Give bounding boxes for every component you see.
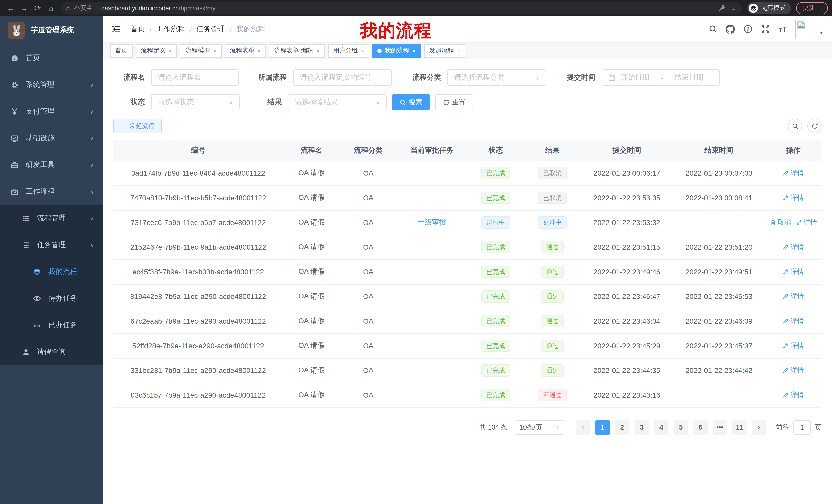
toolbox-icon bbox=[10, 161, 19, 169]
sidebar-item-3[interactable]: 基础设施∨ bbox=[0, 125, 103, 151]
detail-link[interactable]: 详情 bbox=[783, 193, 804, 202]
sidebar-item-label: 我的流程 bbox=[48, 267, 77, 276]
font-size-icon[interactable]: ᴛT bbox=[776, 22, 789, 36]
sidebar-item-1[interactable]: 系统管理∨ bbox=[0, 72, 103, 98]
chevron-down-icon: ∨ bbox=[536, 75, 539, 80]
gear-icon bbox=[10, 81, 19, 89]
sidebar-item-5[interactable]: 工作流程∧ bbox=[0, 178, 103, 205]
detail-link[interactable]: 详情 bbox=[783, 292, 804, 301]
sidebar-item-11[interactable]: 请假查询 bbox=[0, 339, 103, 365]
page-button-1[interactable]: 1 bbox=[595, 420, 610, 435]
cell-category: OA bbox=[340, 210, 396, 235]
detail-link[interactable]: 详情 bbox=[783, 267, 804, 276]
sidebar-item-6[interactable]: 流程管理∨ bbox=[0, 205, 103, 232]
close-icon[interactable]: × bbox=[213, 48, 216, 54]
refresh-table-button[interactable] bbox=[807, 119, 822, 133]
not-secure-icon[interactable]: ⚠ bbox=[66, 5, 71, 11]
sidebar-item-10[interactable]: 已办任务 bbox=[0, 312, 103, 339]
search-button[interactable]: 搜索 bbox=[392, 94, 430, 110]
home-icon[interactable]: ⌂ bbox=[44, 1, 58, 15]
sidebar-item-0[interactable]: 首页 bbox=[0, 45, 103, 72]
process-def-input[interactable]: 请输入流程定义的编号 bbox=[293, 69, 392, 86]
status-badge: 已完成 bbox=[481, 340, 510, 352]
page-button-5[interactable]: 5 bbox=[674, 420, 688, 435]
detail-link[interactable]: 详情 bbox=[796, 218, 817, 227]
prev-page-button[interactable]: ‹ bbox=[576, 420, 590, 435]
page-ellipsis[interactable]: ••• bbox=[713, 420, 727, 435]
tab-0[interactable]: 首页 bbox=[110, 44, 133, 57]
tab-4[interactable]: 流程表单-编辑× bbox=[269, 44, 325, 57]
detail-link[interactable]: 详情 bbox=[783, 390, 804, 400]
breadcrumb-task[interactable]: 任务管理 bbox=[197, 24, 225, 34]
process-name-input[interactable]: 请输入流程名 bbox=[151, 69, 239, 86]
category-select[interactable]: 请选择流程分类∨ bbox=[447, 69, 546, 86]
github-icon[interactable] bbox=[724, 22, 737, 36]
toggle-search-button[interactable] bbox=[788, 119, 802, 133]
page-button-6[interactable]: 6 bbox=[693, 420, 707, 435]
breadcrumb-home[interactable]: 首页 bbox=[131, 24, 145, 34]
task-link[interactable]: 一级审批 bbox=[418, 218, 446, 227]
reload-icon[interactable]: ⟳ bbox=[31, 1, 44, 15]
table-row: 2152467e-7b9b-11ec-9a1b-acde48001122OA 请… bbox=[113, 235, 822, 259]
address-bar[interactable]: ⚠ 不安全 dashboard.yudao.iocoder.cn/bpm/tas… bbox=[61, 2, 742, 14]
detail-link[interactable]: 详情 bbox=[783, 243, 804, 252]
cancel-link[interactable]: 取消 bbox=[770, 218, 791, 227]
sidebar-item-4[interactable]: 研发工具∨ bbox=[0, 151, 103, 178]
detail-link[interactable]: 详情 bbox=[783, 316, 804, 326]
tab-2[interactable]: 流程模型× bbox=[180, 44, 222, 57]
detail-link[interactable]: 详情 bbox=[783, 169, 804, 178]
page-size-select[interactable]: 10条/页 ∨ bbox=[515, 420, 564, 435]
breadcrumb-workflow[interactable]: 工作流程 bbox=[156, 24, 185, 34]
cell-id: 2152467e-7b9b-11ec-9a1b-acde48001122 bbox=[113, 235, 283, 259]
close-icon[interactable]: × bbox=[361, 48, 364, 54]
avatar-caret-icon[interactable]: ▼ bbox=[819, 30, 824, 35]
sidebar-item-2[interactable]: 支付管理∨ bbox=[0, 98, 103, 125]
search-icon[interactable] bbox=[706, 22, 719, 36]
cell-result: 通过 bbox=[524, 235, 580, 259]
reset-button[interactable]: 重置 bbox=[435, 94, 473, 110]
back-icon[interactable]: ← bbox=[4, 1, 18, 15]
detail-link[interactable]: 详情 bbox=[783, 341, 804, 351]
browser-menu-icon[interactable]: ⋮ bbox=[819, 5, 824, 10]
update-button[interactable]: 更新 ⋮ bbox=[796, 2, 828, 14]
tab-label: 我的流程 bbox=[385, 46, 409, 55]
detail-link[interactable]: 详情 bbox=[783, 366, 804, 375]
sidebar-item-7[interactable]: 任务管理∧ bbox=[0, 232, 103, 258]
cell-end-time: 2022-01-22 23:46:53 bbox=[673, 284, 765, 309]
tab-5[interactable]: 用户分组× bbox=[328, 44, 369, 57]
key-icon[interactable] bbox=[719, 4, 726, 11]
tab-3[interactable]: 流程表单× bbox=[225, 44, 266, 57]
sidebar-item-8[interactable]: 我的流程 bbox=[0, 258, 103, 285]
status-select[interactable]: 请选择状态∨ bbox=[151, 94, 240, 110]
next-page-button[interactable]: › bbox=[752, 420, 766, 435]
page-button-11[interactable]: 11 bbox=[732, 420, 747, 435]
cell-name: OA 请假 bbox=[283, 210, 340, 235]
table-row: 7317cec6-7b9b-11ec-b5b7-acde48001122OA 请… bbox=[113, 210, 822, 235]
close-icon[interactable]: × bbox=[457, 48, 460, 54]
page-button-2[interactable]: 2 bbox=[615, 420, 629, 435]
create-process-button[interactable]: ＋ 发起流程 bbox=[113, 119, 162, 133]
tab-6[interactable]: 我的流程× bbox=[372, 44, 421, 57]
result-select[interactable]: 请选择流结果∨ bbox=[288, 94, 387, 110]
tab-7[interactable]: 发起流程× bbox=[424, 44, 465, 57]
help-icon[interactable] bbox=[741, 22, 754, 36]
close-icon[interactable]: × bbox=[316, 48, 320, 54]
submit-time-range[interactable]: 开始日期 - 结束日期 bbox=[602, 69, 720, 86]
page-button-4[interactable]: 4 bbox=[654, 420, 669, 435]
avatar[interactable] bbox=[796, 19, 815, 39]
sidebar-item-9[interactable]: 待办任务 bbox=[0, 285, 103, 312]
bookmark-star-icon[interactable]: ☆ bbox=[731, 4, 737, 12]
app-logo-row[interactable]: 🐰 芋道管理系统 bbox=[0, 16, 103, 45]
cell-task bbox=[396, 333, 467, 358]
close-icon[interactable]: × bbox=[412, 48, 416, 54]
close-icon[interactable]: × bbox=[169, 48, 172, 54]
cell-name: OA 请假 bbox=[283, 161, 340, 186]
forward-icon[interactable]: → bbox=[18, 1, 31, 15]
hamburger-icon[interactable] bbox=[111, 23, 122, 35]
goto-page-input[interactable]: 1 bbox=[794, 420, 811, 435]
fullscreen-icon[interactable] bbox=[758, 22, 772, 36]
close-icon[interactable]: × bbox=[258, 48, 261, 54]
page-button-3[interactable]: 3 bbox=[634, 420, 649, 435]
tab-1[interactable]: 流程定义× bbox=[136, 44, 177, 57]
table-row: ec45f38f-7b9a-11ec-b03b-acde48001122OA 请… bbox=[113, 259, 822, 284]
